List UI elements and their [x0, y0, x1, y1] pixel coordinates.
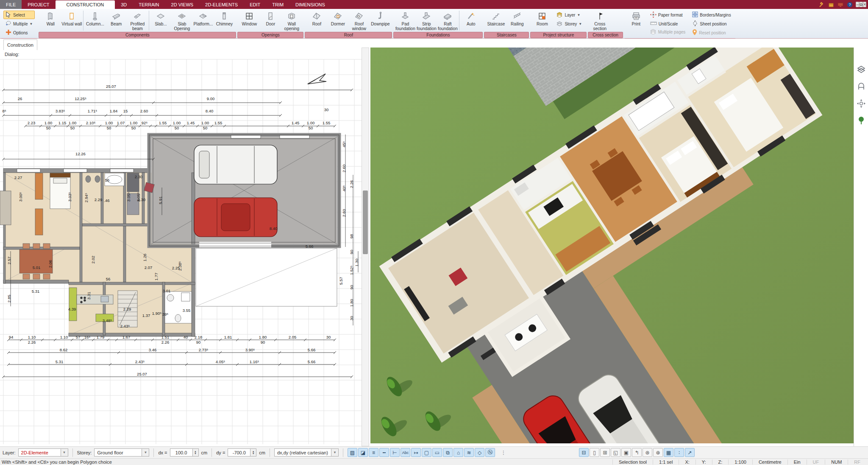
- ribbon-item-wall[interactable]: Wall: [40, 10, 61, 31]
- ribbon-item-multiple-pages[interactable]: Multiple pages: [648, 28, 687, 36]
- ribbon-item-column-[interactable]: Column...: [84, 10, 106, 31]
- layer-combobox[interactable]: 2D-Elemente▼: [18, 448, 68, 457]
- ribbon-item-window[interactable]: Window: [239, 10, 260, 31]
- text-toggle[interactable]: Abc: [401, 448, 410, 457]
- ribbon-item-virtual-wall[interactable]: Virtual wall: [61, 10, 82, 31]
- snap-button[interactable]: ∶: [674, 448, 684, 457]
- plan-2d-view[interactable]: 25.072612.25⁵9.008⁵3.83⁵1.71⁵1.84152.608…: [0, 48, 362, 446]
- tab-dimensions[interactable]: DIMENSIONS: [289, 0, 331, 9]
- spinner-arrows[interactable]: ▲▼: [192, 449, 198, 456]
- roof-view-toggle[interactable]: ⌂: [453, 448, 463, 457]
- chevron-down-icon[interactable]: ▼: [142, 449, 149, 456]
- measure-toggle[interactable]: ↦: [411, 448, 421, 457]
- slab-view-toggle[interactable]: ◇: [475, 448, 484, 457]
- construction-panel-tab[interactable]: Construction: [3, 39, 37, 50]
- ribbon-item-sheet-position[interactable]: Sheet position: [690, 20, 733, 28]
- plan-vertical-scrollbar[interactable]: [362, 48, 369, 446]
- chevron-down-icon[interactable]: ▼: [331, 449, 338, 456]
- scrollbar-thumb[interactable]: [363, 190, 368, 254]
- screen-icon[interactable]: [837, 2, 844, 8]
- tab-trim[interactable]: TRIM: [266, 0, 289, 9]
- toolbar-grip[interactable]: ⋮: [501, 450, 506, 456]
- furniture-icon[interactable]: [856, 81, 866, 92]
- spinner-arrows[interactable]: ▲▼: [250, 449, 256, 456]
- ribbon-item-room[interactable]: Room: [531, 10, 553, 31]
- package-icon[interactable]: [828, 2, 835, 8]
- page-button[interactable]: ▯: [590, 448, 599, 457]
- objects-3d-toggle[interactable]: ⧉: [443, 448, 453, 457]
- ribbon-item-select[interactable]: Select: [3, 11, 35, 19]
- close-button[interactable]: ×: [863, 2, 866, 7]
- dy-input[interactable]: -700.0▲▼: [228, 448, 256, 457]
- ribbon-item-beam[interactable]: Beam: [106, 10, 127, 31]
- ribbon-item-borders-margins[interactable]: Borders/Margins: [690, 11, 733, 19]
- ribbon-item-storey[interactable]: Storey▼: [554, 20, 584, 28]
- window-grid-button[interactable]: ⊞: [600, 448, 610, 457]
- help-icon[interactable]: ?: [846, 2, 853, 8]
- hatching-toggle[interactable]: ▨: [348, 448, 357, 457]
- roof-color-toggle[interactable]: ◪: [358, 448, 368, 457]
- center-button[interactable]: ⊕: [653, 448, 663, 457]
- ribbon-item-dormer[interactable]: Dormer: [327, 10, 348, 31]
- line-weight-toggle[interactable]: ≡: [369, 448, 378, 457]
- tab-2d-views[interactable]: 2D VIEWS: [165, 0, 200, 9]
- ribbon-item-roof-window[interactable]: Roof window: [348, 10, 370, 31]
- ruler-button[interactable]: ⊟: [579, 448, 589, 457]
- storey-combobox[interactable]: Ground floor▼: [94, 448, 149, 457]
- ribbon-item-downpipe[interactable]: Downpipe: [370, 10, 391, 31]
- ribbon-item-platform-[interactable]: Platform...: [192, 10, 214, 31]
- export-button[interactable]: ↗: [685, 448, 695, 457]
- ribbon-item-reset-position[interactable]: Reset position: [690, 28, 733, 37]
- north-toggle[interactable]: Ⓝ: [485, 448, 495, 457]
- tools-icon[interactable]: [818, 2, 825, 8]
- chevron-down-icon[interactable]: ▼: [61, 449, 68, 456]
- ribbon-item-auto[interactable]: Auto: [460, 10, 481, 31]
- tab-construction[interactable]: CONSTRUCTION: [56, 0, 115, 9]
- ribbon-item-profiled-beam[interactable]: Profiled beam: [127, 10, 148, 31]
- tab-2d-elements[interactable]: 2D-ELEMENTS: [199, 0, 244, 9]
- ribbon-item-pad-foundation[interactable]: Pad foundation: [395, 10, 416, 31]
- tab-project[interactable]: PROJECT: [22, 0, 55, 9]
- ribbon-item-unit-scale[interactable]: Unit/Scale: [648, 20, 687, 28]
- grid-button[interactable]: ▦: [664, 448, 673, 457]
- ribbon-item-staircase[interactable]: Staircase: [485, 10, 506, 31]
- dimension-toggle[interactable]: ⊢: [390, 448, 400, 457]
- outline-toggle[interactable]: ▭: [432, 448, 442, 457]
- corner-button[interactable]: ↰: [632, 448, 642, 457]
- tab-edit[interactable]: EDIT: [244, 0, 266, 9]
- dx-input[interactable]: 100.0▲▼: [170, 448, 199, 457]
- ribbon-item-chimney[interactable]: Chimney: [214, 10, 235, 31]
- layers-icon[interactable]: [856, 64, 866, 75]
- restore-button[interactable]: ⧉: [859, 2, 863, 7]
- pan-icon[interactable]: [856, 98, 866, 109]
- selection-frame-toggle[interactable]: ▢: [422, 448, 431, 457]
- ribbon-item-options[interactable]: Options: [3, 28, 35, 37]
- line-style-toggle[interactable]: ╍: [379, 448, 389, 457]
- ribbon-item-cross-section[interactable]: Cross section: [589, 10, 610, 31]
- tab-terrain[interactable]: TERRAIN: [133, 0, 165, 9]
- ribbon-item-railing[interactable]: Railing: [506, 10, 528, 31]
- tab-file[interactable]: FILE: [0, 0, 22, 9]
- coordinate-mode-combobox[interactable]: dx,dy (relative cartesian)▼: [274, 448, 339, 457]
- coord-z: Z:: [712, 459, 729, 465]
- ribbon-item-raft-foundation[interactable]: Raft foundation: [437, 10, 458, 31]
- ribbon-item-print[interactable]: Print: [626, 10, 647, 38]
- view-3d[interactable]: [370, 48, 854, 443]
- ribbon-item-paper-format[interactable]: Paper format: [648, 11, 687, 20]
- minimize-button[interactable]: –: [856, 2, 859, 7]
- ribbon-item-slab-opening[interactable]: Slab Opening: [171, 10, 192, 31]
- ribbon-item-door[interactable]: Door: [260, 10, 281, 31]
- image-button[interactable]: ▣: [621, 448, 631, 457]
- ribbon-item-label: Roof: [312, 22, 321, 26]
- ribbon-item-multiple[interactable]: Multiple▼: [3, 20, 35, 28]
- ribbon-item-layer[interactable]: Layer▼: [554, 11, 584, 19]
- hatch-style-toggle[interactable]: ≋: [464, 448, 474, 457]
- ribbon-item-slab-[interactable]: Slab...: [150, 10, 171, 31]
- tab-3d[interactable]: 3D: [115, 0, 133, 9]
- ribbon-item-wall-opening[interactable]: Wall opening: [281, 10, 302, 31]
- star-box-button[interactable]: ⊛: [643, 448, 652, 457]
- preview-button[interactable]: ◱: [611, 448, 620, 457]
- tree-icon[interactable]: [856, 115, 866, 126]
- ribbon-item-roof[interactable]: Roof: [306, 10, 327, 31]
- ribbon-item-strip-foundation[interactable]: Strip foundation: [416, 10, 437, 31]
